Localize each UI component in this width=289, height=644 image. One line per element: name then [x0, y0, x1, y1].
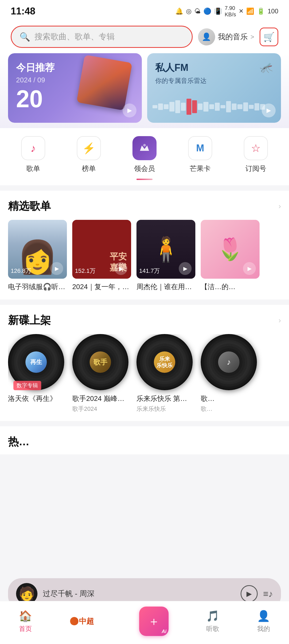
bottom-nav: 🏠 首页 ⚽中超 ＋ Ai 🎵 听歌 👤 我的: [0, 601, 289, 644]
status-bar: 11:48 🔔 ◎ 🌤 🔵 📳 7.90 KB/s ✕ 📶 🔋 100: [0, 0, 289, 20]
playlist-card-2[interactable]: 平安嘉樂 152.1万 ▶ 2024｜复一年，赴一年，富一…: [72, 220, 131, 292]
user-arrow-icon: >: [250, 33, 254, 41]
album-disc-2: 歌手: [72, 334, 128, 390]
vpn-icon: ◎: [186, 7, 192, 15]
playlist-name-4: 【洁…的…: [201, 282, 260, 292]
playlist-play-4[interactable]: ▶: [243, 262, 256, 275]
app-icon: 🔵: [203, 7, 211, 15]
disc-label-4: ♪: [227, 358, 231, 367]
album-artist-2: 歌手2024: [72, 405, 128, 413]
album-name-1: 洛天依《再生》: [8, 394, 64, 403]
playlist-card-3[interactable]: 🧍 141.7万 ▶ 周杰伦｜谁在用琵琶弹奏一曲…: [136, 220, 195, 292]
x-icon: ✕: [239, 8, 244, 15]
bnav-mine[interactable]: 👤 我的: [257, 610, 270, 633]
banner-play-button[interactable]: ▶: [123, 103, 136, 117]
nav-playlist-icon: ♪: [21, 136, 45, 160]
user-label: 我的音乐: [218, 32, 248, 42]
featured-title: 精选歌单: [8, 199, 51, 213]
disc-label-1: 再生: [30, 358, 42, 366]
featured-section: 精选歌单 › 126.8万 ▶ 电子羽绒服🎧听完心里暖暖的 平安嘉樂 152.1…: [0, 191, 289, 300]
disc-center-4: ♪: [218, 351, 239, 373]
playlist-thumb-1: 126.8万 ▶: [8, 220, 67, 279]
disc-outer-4: ♪: [201, 334, 257, 390]
nav-item-playlist[interactable]: ♪ 歌单: [21, 136, 45, 173]
nav-active-indicator: [136, 179, 153, 180]
search-box[interactable]: 🔍 搜索歌曲、歌单、专辑: [11, 26, 193, 48]
albums-header: 新碟上架 ›: [8, 313, 281, 328]
album-card-2[interactable]: 歌手 歌手2024 巅峰… 歌手2024: [72, 334, 128, 413]
nav-item-vip[interactable]: 领会员: [132, 136, 157, 173]
nav-playlist-label: 歌单: [26, 164, 40, 173]
bird-icon: 🦟: [260, 61, 273, 74]
bnav-add[interactable]: ＋ Ai: [139, 607, 169, 636]
albums-more-button[interactable]: ›: [279, 316, 281, 325]
album-disc-3: 乐来乐快乐: [136, 334, 193, 390]
disc-center-3: 乐来乐快乐: [154, 351, 175, 373]
featured-more-button[interactable]: ›: [279, 202, 281, 210]
csl-logo: ⚽中超: [70, 615, 102, 627]
mini-play-button[interactable]: ▶: [241, 585, 258, 602]
nav-icons: ♪ 歌单 ⚡ 榜单 领会员 M 芒果卡 ☆ 订阅号: [0, 128, 289, 176]
banner-fm-subtitle: 你的专属音乐雷达: [155, 76, 273, 85]
playlist-card-4[interactable]: 🌷 ▶ 【洁…的…: [201, 220, 260, 292]
album-artist-3: 乐来乐快乐: [136, 405, 193, 413]
album-name-3: 乐来乐快乐 第…: [136, 394, 193, 403]
trending-title: 热…: [8, 436, 29, 447]
search-placeholder: 搜索歌曲、歌单、专辑: [35, 31, 115, 42]
vibrate-icon: 📳: [214, 7, 222, 15]
add-center-button[interactable]: ＋ Ai: [139, 607, 169, 636]
bnav-home[interactable]: 🏠 首页: [19, 610, 32, 633]
playlist-thumb-4: 🌷 ▶: [201, 220, 260, 279]
playlist-card-1[interactable]: 126.8万 ▶ 电子羽绒服🎧听完心里暖暖的: [8, 220, 67, 292]
album-card-1[interactable]: 再生 数字专辑 洛天依《再生》: [8, 334, 64, 413]
user-section[interactable]: 👤 我的音乐 >: [198, 28, 254, 45]
playlist-play-2[interactable]: ▶: [115, 262, 127, 275]
playlist-name-1: 电子羽绒服🎧听完心里暖暖的: [8, 282, 67, 292]
fm-play-button[interactable]: ▶: [262, 103, 276, 117]
banner-fm[interactable]: 私人FM 你的专属音乐雷达 🦟: [147, 53, 281, 123]
albums-title: 新碟上架: [8, 313, 51, 328]
album-artist-4: 歌…: [201, 405, 257, 413]
weather-icon: 🌤: [194, 7, 201, 15]
disc-label-3: 乐来乐快乐: [157, 356, 173, 369]
disc-outer-3: 乐来乐快乐: [136, 334, 193, 390]
home-icon: 🏠: [19, 610, 32, 622]
disc-center-2: 歌手: [90, 351, 111, 373]
chevron-right-icon: ›: [279, 202, 281, 210]
album-row: 再生 数字专辑 洛天依《再生》 歌手 歌手2024 巅峰… 歌手2024: [8, 334, 281, 418]
mini-playlist-button[interactable]: ≡♪: [263, 589, 273, 599]
network-speed: 7.90 KB/s: [225, 5, 236, 18]
nav-item-chart[interactable]: ⚡ 榜单: [77, 136, 101, 173]
nav-item-subscribe[interactable]: ☆ 订阅号: [244, 136, 268, 173]
waveform: [153, 99, 265, 115]
nav-indicator: [0, 176, 289, 185]
nav-chart-icon: ⚡: [77, 136, 101, 160]
playlist-name-3: 周杰伦｜谁在用琵琶弹奏一曲…: [136, 282, 195, 292]
add-icon: ＋: [148, 614, 160, 629]
banner-recommendation[interactable]: 今日推荐 2024 / 09 20 ▶: [8, 53, 142, 123]
bnav-csl[interactable]: ⚽中超: [70, 615, 102, 627]
album-card-3[interactable]: 乐来乐快乐 乐来乐快乐 第… 乐来乐快乐: [136, 334, 193, 413]
playlist-row: 126.8万 ▶ 电子羽绒服🎧听完心里暖暖的 平安嘉樂 152.1万 ▶ 202…: [8, 220, 281, 297]
listen-icon: 🎵: [206, 610, 219, 622]
album-card-4[interactable]: ♪ 歌… 歌…: [201, 334, 257, 413]
disc-center-1: 再生: [25, 351, 47, 373]
disc-label-2: 歌手: [93, 358, 107, 367]
gift-button[interactable]: 🛒: [260, 28, 278, 46]
playlist-play-1[interactable]: ▶: [50, 262, 63, 275]
digital-badge-1: 数字专辑: [13, 381, 41, 390]
album-name-4: 歌…: [201, 394, 257, 403]
status-time: 11:48: [11, 6, 35, 17]
nav-mango-icon: M: [188, 136, 212, 160]
nav-vip-label: 领会员: [134, 164, 155, 173]
csl-text: ⚽中超: [70, 616, 94, 626]
bnav-listen[interactable]: 🎵 听歌: [206, 610, 219, 633]
nav-item-mango[interactable]: M 芒果卡: [188, 136, 212, 173]
nav-mango-label: 芒果卡: [190, 164, 211, 173]
playlist-play-3[interactable]: ▶: [179, 262, 192, 275]
battery-level: 100: [268, 7, 278, 15]
album-disc-4: ♪: [201, 334, 257, 390]
banner-fm-title: 私人FM: [155, 61, 273, 74]
nav-subscribe-label: 订阅号: [245, 164, 266, 173]
featured-header: 精选歌单 ›: [8, 199, 281, 213]
